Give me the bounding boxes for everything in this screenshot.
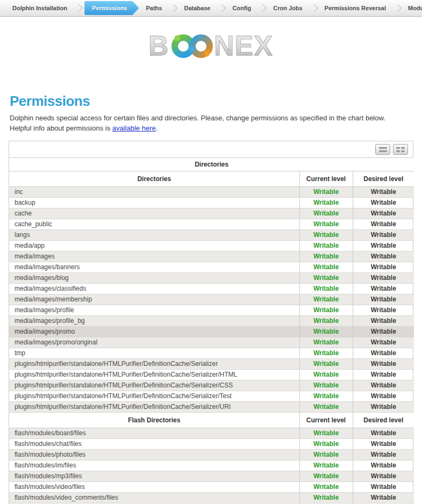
directory-path: plugins/htmlpurifier/standalone/HTMLPuri… [9, 401, 299, 412]
intro-line2: Helpful info about permissions is [10, 124, 112, 132]
desired-level: Writable [353, 305, 414, 315]
logo-dot-orange [204, 51, 210, 56]
table-row: media/images/promo/originalWritableWrita… [9, 337, 414, 348]
desired-level: Writable [353, 369, 414, 380]
directory-path: media/app [9, 240, 299, 251]
directory-path: media/images/classifieds [9, 283, 299, 294]
current-level: Writable [299, 449, 353, 460]
boonex-logo: B NEX [144, 28, 278, 65]
directory-path: inc [9, 186, 299, 197]
current-level: Writable [299, 219, 353, 229]
logo-dot-green [174, 35, 180, 41]
table-row: cacheWritableWritable [9, 208, 414, 219]
desired-level: Writable [353, 197, 414, 208]
current-level: Writable [299, 208, 353, 219]
current-level: Writable [299, 471, 353, 481]
table-row: media/appWritableWritable [9, 240, 414, 251]
logo-dot-blue [189, 46, 195, 52]
wizard-step-label: Paths [146, 5, 162, 11]
intro-line1: Dolphin needs special access for certain… [10, 114, 385, 122]
section-header-label: Directories [9, 171, 299, 186]
desired-level: Writable [353, 492, 414, 503]
wizard-step-cron-jobs[interactable]: Cron Jobs [267, 0, 318, 16]
list-view-icon [379, 147, 387, 152]
table-row: flash/modules/board/filesWritableWritabl… [9, 428, 414, 438]
table-row: plugins/htmlpurifier/standalone/HTMLPuri… [9, 369, 414, 380]
table-row: plugins/htmlpurifier/standalone/HTMLPuri… [9, 391, 414, 401]
directory-path: langs [9, 229, 299, 240]
installation-steps-nav: Dolphin InstallationPermissionsPathsData… [0, 0, 422, 17]
list-view-button[interactable] [375, 144, 390, 155]
current-level: Writable [299, 262, 353, 272]
table-row: media/imagesWritableWritable [9, 251, 414, 262]
current-level: Writable [299, 337, 353, 348]
current-level: Writable [299, 492, 353, 503]
table-row: media/images/promoWritableWritable [9, 326, 414, 337]
desired-level: Writable [353, 283, 414, 294]
section-header-row: DirectoriesCurrent levelDesired level [9, 171, 414, 186]
section-header-row: Flash DirectoriesCurrent levelDesired le… [9, 412, 414, 428]
grid-view-icon [396, 147, 405, 152]
desired-level: Writable [353, 391, 414, 401]
table-row: media/images/blogWritableWritable [9, 272, 414, 283]
table-row: incWritableWritable [9, 186, 414, 197]
wizard-step-dolphin-installation[interactable]: Dolphin Installation [6, 0, 83, 16]
desired-level: Writable [353, 481, 414, 492]
desired-level: Writable [353, 380, 414, 391]
desired-level: Writable [353, 358, 414, 369]
desired-level: Writable [353, 471, 414, 481]
logo-letter-b: B [148, 30, 169, 61]
wizard-step-label: Cron Jobs [273, 5, 302, 11]
table-row: media/images/bannersWritableWritable [9, 262, 414, 272]
logo-letters-nex: NEX [214, 30, 273, 61]
section-header-label: Flash Directories [9, 412, 299, 428]
page-title: Permissions [10, 93, 422, 110]
directory-path: media/images/banners [9, 262, 299, 272]
desired-level: Writable [353, 240, 414, 251]
current-level: Writable [299, 229, 353, 240]
available-here-link[interactable]: available here [112, 124, 156, 132]
current-level: Writable [299, 326, 353, 337]
table-row: flash/modules/mp3/filesWritableWritable [9, 471, 414, 481]
directory-path: cache [9, 208, 299, 219]
directory-path: media/images/promo/original [9, 337, 299, 348]
directory-path: flash/modules/im/files [9, 460, 299, 471]
desired-level: Writable [353, 337, 414, 348]
wizard-step-paths[interactable]: Paths [140, 0, 178, 16]
wizard-step-label: Database [184, 5, 210, 11]
grid-view-button[interactable] [393, 144, 408, 155]
directory-path: media/images/membership [9, 294, 299, 305]
desired-level: Writable [353, 294, 414, 305]
current-level: Writable [299, 481, 353, 492]
wizard-step-label: Dolphin Installation [12, 5, 67, 11]
directory-path: plugins/htmlpurifier/standalone/HTMLPuri… [9, 391, 299, 401]
directory-path: flash/modules/mp3/files [9, 471, 299, 481]
table-row: media/images/profile_bgWritableWritable [9, 315, 414, 326]
wizard-step-modules[interactable]: Modules [402, 0, 422, 16]
desired-level: Writable [353, 348, 414, 358]
directory-path: plugins/htmlpurifier/standalone/HTMLPuri… [9, 358, 299, 369]
current-level: Writable [299, 305, 353, 315]
directory-path: flash/modules/photo/files [9, 449, 299, 460]
desired-level: Writable [353, 401, 414, 412]
wizard-step-permissions-reversal[interactable]: Permissions Reversal [319, 0, 402, 16]
wizard-step-config[interactable]: Config [226, 0, 267, 16]
desired-level: Writable [353, 449, 414, 460]
wizard-step-label: Config [232, 5, 251, 11]
table-row: flash/modules/video/filesWritableWritabl… [9, 481, 414, 492]
wizard-step-database[interactable]: Database [178, 0, 226, 16]
wizard-step-permissions[interactable]: Permissions [84, 1, 139, 15]
table-row: flash/modules/video_comments/filesWritab… [9, 492, 414, 503]
table-row: backupWritableWritable [9, 197, 414, 208]
table-row: plugins/htmlpurifier/standalone/HTMLPuri… [9, 401, 414, 412]
wizard-step-label: Permissions [92, 5, 127, 11]
current-level: Writable [299, 251, 353, 262]
wizard-step-label: Permissions Reversal [325, 5, 386, 11]
directory-path: media/images [9, 251, 299, 262]
wizard-step-label: Modules [408, 5, 422, 11]
directory-path: plugins/htmlpurifier/standalone/HTMLPuri… [9, 380, 299, 391]
current-level: Writable [299, 460, 353, 471]
table-row: tmpWritableWritable [9, 348, 414, 358]
directory-path: flash/modules/board/files [9, 428, 299, 438]
directory-path: flash/modules/video/files [9, 481, 299, 492]
